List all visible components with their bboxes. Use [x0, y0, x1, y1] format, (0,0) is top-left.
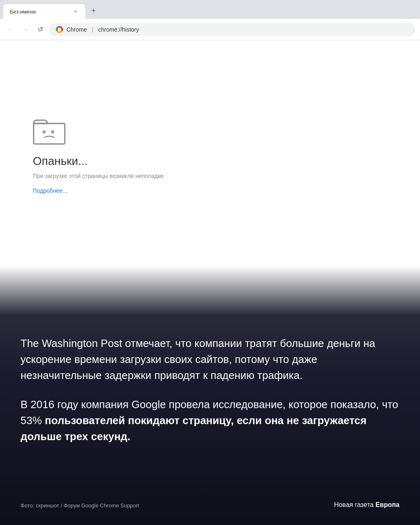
tab-close-button[interactable]: ×: [72, 8, 79, 15]
forward-button[interactable]: →: [20, 24, 31, 35]
svg-rect-0: [34, 123, 65, 144]
details-link[interactable]: Подробнее...: [33, 187, 67, 194]
gradient-overlay: [0, 266, 420, 315]
error-page: Опаньки... При загрузке этой страницы во…: [0, 40, 420, 270]
full-page: Без имени × + ← → ↺ Chrome | chrome://hi…: [0, 0, 420, 525]
footer-row: Фото: скриншот / Форум Google Chrome Sup…: [21, 493, 399, 509]
tab-bar: Без имени × +: [0, 0, 420, 19]
footer-caption: Фото: скриншот / Форум Google Chrome Sup…: [21, 502, 139, 509]
address-bar-row: ← → ↺ Chrome | chrome://history: [0, 19, 420, 40]
address-bar[interactable]: Chrome | chrome://history: [49, 23, 415, 36]
sad-folder-icon: [33, 116, 66, 145]
browser-chrome: Без имени × + ← → ↺ Chrome | chrome://hi…: [0, 0, 420, 40]
new-tab-button[interactable]: +: [87, 4, 100, 17]
footer-logo: Новая газета Европа: [334, 501, 399, 509]
dark-section: The Washington Post отмечает, что компан…: [0, 315, 420, 525]
active-tab[interactable]: Без имени ×: [3, 4, 85, 19]
tab-title: Без имени: [10, 9, 36, 15]
chrome-icon: [56, 26, 63, 33]
address-url: chrome://history: [98, 26, 139, 33]
back-button[interactable]: ←: [5, 24, 16, 35]
error-subtitle: При загрузке этой страницы возникли непо…: [33, 173, 165, 179]
footer-logo-normal: Новая газета: [334, 501, 374, 508]
error-title: Опаньки...: [33, 155, 88, 168]
reload-button[interactable]: ↺: [34, 24, 46, 35]
paragraph-1: The Washington Post отмечает, что компан…: [21, 336, 399, 383]
content-area: Опаньки... При загрузке этой страницы во…: [0, 40, 420, 525]
paragraph-2: В 2016 году компания Google провела иссл…: [21, 397, 399, 445]
dark-text-wrapper: The Washington Post отмечает, что компан…: [21, 336, 399, 445]
paragraph-2-bold: пользователей покидают страницу, если он…: [21, 414, 367, 443]
footer-logo-bold: Европа: [374, 501, 399, 508]
chrome-label: Chrome: [66, 26, 87, 33]
address-divider: |: [92, 26, 94, 33]
